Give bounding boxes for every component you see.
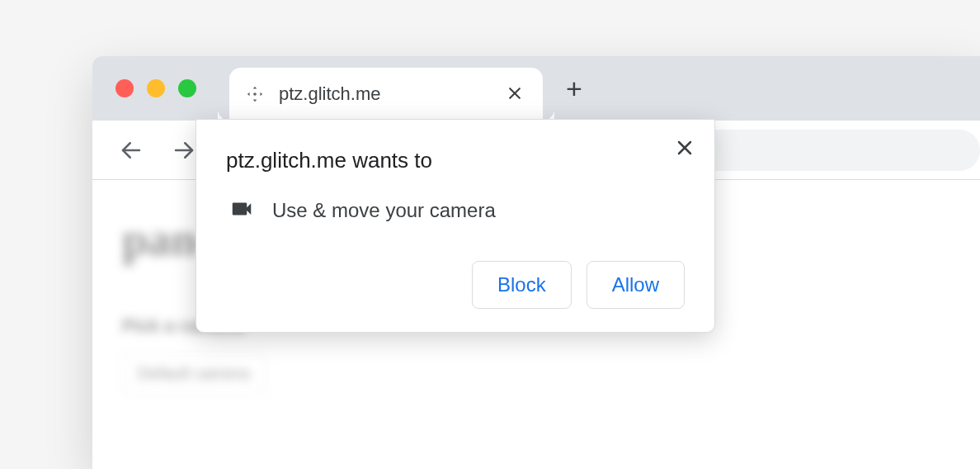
camera-icon — [229, 197, 254, 225]
block-button[interactable]: Block — [472, 261, 572, 309]
new-tab-button[interactable]: + — [566, 74, 582, 102]
back-button[interactable] — [119, 138, 144, 163]
tab-bar: ptz.glitch.me + — [92, 56, 980, 121]
tab-title: ptz.glitch.me — [279, 83, 488, 105]
tab-close-button[interactable] — [503, 80, 526, 108]
window-minimize-button[interactable] — [147, 79, 165, 97]
close-icon[interactable] — [675, 138, 695, 161]
forward-button[interactable] — [172, 138, 196, 163]
permission-prompt: ptz.glitch.me wants to Use & move your c… — [196, 119, 715, 333]
permission-row: Use & move your camera — [226, 197, 685, 225]
camera-select[interactable]: Default camera — [122, 353, 266, 394]
permission-text: Use & move your camera — [272, 199, 496, 222]
prompt-buttons: Block Allow — [226, 261, 685, 309]
window-close-button[interactable] — [115, 79, 134, 97]
allow-button[interactable]: Allow — [587, 261, 685, 309]
svg-point-0 — [253, 92, 257, 96]
window-maximize-button[interactable] — [178, 79, 196, 97]
prompt-title: ptz.glitch.me wants to — [226, 148, 685, 173]
browser-tab[interactable]: ptz.glitch.me — [229, 68, 543, 121]
move-icon — [246, 85, 264, 103]
window-controls — [115, 79, 196, 97]
